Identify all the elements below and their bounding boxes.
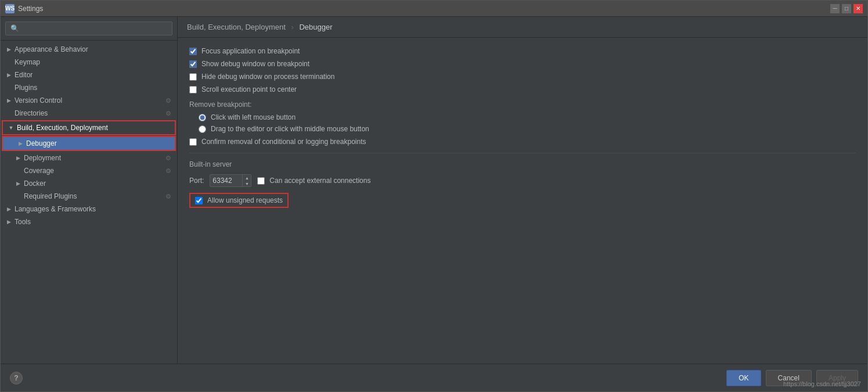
- allow-unsigned-wrapper: Allow unsigned requests: [189, 193, 289, 208]
- scroll-exec-checkbox[interactable]: [189, 86, 197, 93]
- sidebar-item-tools[interactable]: ▶ Tools: [1, 215, 177, 228]
- help-button[interactable]: ?: [10, 372, 23, 384]
- radio-left-click[interactable]: [199, 114, 206, 121]
- confirm-removal-label: Confirm removal of conditional or loggin…: [201, 138, 366, 146]
- remove-breakpoint-label: Remove breakpoint:: [189, 100, 856, 109]
- search-input[interactable]: [5, 21, 172, 35]
- radio-left-click-row: Click with left mouse button: [189, 113, 856, 121]
- port-spinner: ▲ ▼: [242, 175, 251, 186]
- focus-app-row: Focus application on breakpoint: [189, 47, 856, 55]
- breadcrumb: Build, Execution, Deployment › Debugger: [178, 17, 867, 38]
- breadcrumb-current: Debugger: [299, 23, 332, 31]
- focus-app-label: Focus application on breakpoint: [201, 47, 300, 55]
- confirm-removal-checkbox[interactable]: [189, 138, 197, 146]
- bottom-left: ?: [10, 372, 23, 384]
- sidebar: ▶ Appearance & Behavior ▶ Keymap ▶ Edito…: [1, 17, 178, 364]
- show-debug-checkbox[interactable]: [189, 60, 197, 68]
- gear-icon: ⚙: [164, 154, 172, 162]
- right-panel: Build, Execution, Deployment › Debugger …: [178, 17, 867, 364]
- ok-button[interactable]: OK: [726, 370, 761, 386]
- app-icon: WS: [5, 4, 15, 13]
- sidebar-item-deployment[interactable]: ▶ Deployment ⚙: [1, 152, 177, 164]
- hide-debug-label: Hide debug window on process termination: [201, 73, 334, 81]
- watermark: https://blog.csdn.net/tjj3027: [783, 380, 861, 387]
- port-label: Port:: [189, 177, 204, 185]
- arrow-right-icon: ▶: [5, 71, 12, 78]
- arrow-right-icon: ▶: [5, 218, 12, 225]
- arrow-right-icon: ▶: [5, 97, 12, 104]
- arrow-right-icon: ▶: [15, 180, 21, 187]
- radio-group: Click with left mouse button Drag to the…: [189, 113, 856, 133]
- title-bar-controls: ─ □ ✕: [830, 4, 863, 13]
- sidebar-item-plugins[interactable]: ▶ Plugins: [1, 81, 177, 94]
- sidebar-item-version-control[interactable]: ▶ Version Control ⚙: [1, 94, 177, 107]
- sidebar-item-build-exec-deploy[interactable]: ▼ Build, Execution, Deployment: [2, 120, 176, 135]
- gear-icon: ⚙: [164, 167, 172, 175]
- can-accept-checkbox[interactable]: [257, 177, 265, 185]
- nav-tree: ▶ Appearance & Behavior ▶ Keymap ▶ Edito…: [1, 41, 177, 364]
- focus-app-checkbox[interactable]: [189, 48, 197, 55]
- sidebar-item-docker[interactable]: ▶ Docker: [1, 177, 177, 190]
- radio-drag-middle-row: Drag to the editor or click with middle …: [189, 125, 856, 133]
- breadcrumb-parent: Build, Execution, Deployment: [187, 23, 286, 31]
- scroll-exec-row: Scroll execution point to center: [189, 85, 856, 93]
- close-button[interactable]: ✕: [853, 4, 863, 13]
- bottom-bar: ? OK Cancel Apply: [1, 364, 867, 391]
- show-debug-row: Show debug window on breakpoint: [189, 60, 856, 68]
- sidebar-item-editor[interactable]: ▶ Editor: [1, 69, 177, 81]
- builtin-server-label: Built-in server: [189, 160, 856, 168]
- arrow-right-icon: ▶: [5, 46, 12, 53]
- minimize-button[interactable]: ─: [830, 4, 840, 13]
- hide-debug-checkbox[interactable]: [189, 73, 197, 81]
- confirm-removal-row: Confirm removal of conditional or loggin…: [189, 138, 856, 146]
- arrow-right-icon: ▶: [17, 140, 24, 147]
- gear-icon: ⚙: [164, 109, 172, 117]
- general-settings-group: Focus application on breakpoint Show deb…: [189, 47, 856, 93]
- section-divider: [189, 153, 856, 153]
- arrow-right-icon: ▶: [15, 154, 21, 161]
- sidebar-item-keymap[interactable]: ▶ Keymap: [1, 56, 177, 69]
- show-debug-label: Show debug window on breakpoint: [201, 60, 309, 68]
- maximize-button[interactable]: □: [842, 4, 851, 13]
- hide-debug-row: Hide debug window on process termination: [189, 73, 856, 81]
- breadcrumb-separator: ›: [291, 23, 293, 31]
- sidebar-item-coverage[interactable]: ▶ Coverage ⚙: [1, 164, 177, 177]
- allow-unsigned-label: Allow unsigned requests: [207, 196, 283, 204]
- arrow-right-icon: ▶: [5, 206, 12, 213]
- radio-drag-middle[interactable]: [199, 125, 206, 133]
- radio-left-click-label: Click with left mouse button: [211, 113, 296, 121]
- radio-drag-middle-label: Drag to the editor or click with middle …: [211, 125, 369, 133]
- settings-window: WS Settings ─ □ ✕ ▶ Appearance & Behavio…: [0, 0, 868, 392]
- main-content: ▶ Appearance & Behavior ▶ Keymap ▶ Edito…: [1, 17, 867, 364]
- can-accept-label: Can accept external connections: [269, 177, 370, 185]
- sidebar-item-appearance[interactable]: ▶ Appearance & Behavior: [1, 43, 177, 56]
- port-input[interactable]: [210, 175, 242, 186]
- gear-icon: ⚙: [164, 192, 172, 200]
- scroll-exec-label: Scroll execution point to center: [201, 85, 297, 93]
- allow-unsigned-checkbox[interactable]: [195, 197, 203, 204]
- arrow-down-icon: ▼: [8, 124, 15, 131]
- port-spin-up-button[interactable]: ▲: [243, 175, 251, 181]
- settings-content: Focus application on breakpoint Show deb…: [178, 38, 867, 364]
- port-row: Port: ▲ ▼ Can accept external connection…: [189, 174, 856, 187]
- search-bar: [1, 17, 177, 41]
- sidebar-item-directories[interactable]: ▶ Directories ⚙: [1, 107, 177, 120]
- port-input-wrapper: ▲ ▼: [210, 174, 251, 187]
- port-spin-down-button[interactable]: ▼: [243, 181, 251, 186]
- title-bar: WS Settings ─ □ ✕: [1, 1, 867, 17]
- can-accept-row: Can accept external connections: [257, 177, 370, 185]
- sidebar-item-required-plugins[interactable]: ▶ Required Plugins ⚙: [1, 190, 177, 203]
- sidebar-item-languages[interactable]: ▶ Languages & Frameworks: [1, 203, 177, 215]
- title-bar-left: WS Settings: [5, 4, 43, 13]
- gear-icon: ⚙: [164, 96, 172, 105]
- sidebar-item-debugger[interactable]: ▶ Debugger: [2, 136, 176, 151]
- window-title: Settings: [18, 5, 43, 13]
